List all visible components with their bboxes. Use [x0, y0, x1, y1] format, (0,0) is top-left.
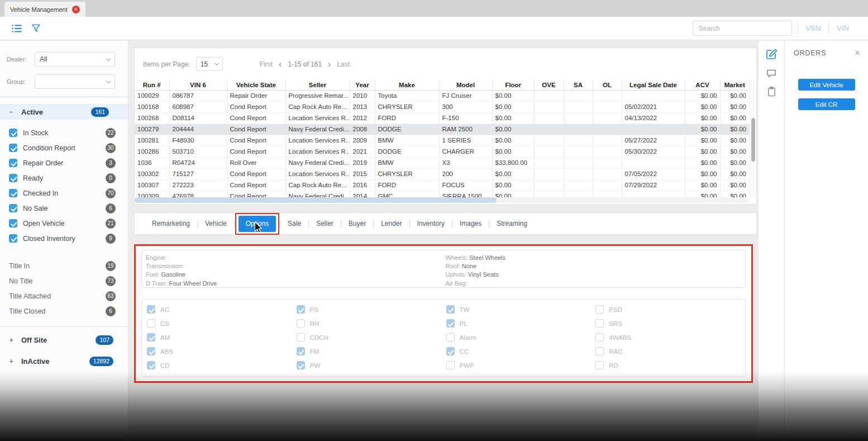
tab-images[interactable]: Images	[452, 213, 489, 234]
clipboard-icon[interactable]	[766, 86, 777, 97]
dealer-select[interactable]: All	[35, 52, 115, 67]
option-4wabs[interactable]: 4WABS	[595, 333, 745, 342]
active-section-toggle[interactable]: − Active 161	[0, 104, 128, 120]
first-page-button[interactable]: First	[260, 60, 273, 68]
checkbox-pl[interactable]	[446, 319, 455, 328]
checkbox-pwp[interactable]	[446, 361, 455, 369]
option-psd[interactable]: PSD	[595, 305, 745, 314]
checkbox-fm[interactable]	[297, 347, 305, 355]
column-header-model[interactable]: Model	[439, 80, 492, 90]
checkbox-abs[interactable]	[147, 347, 155, 355]
option-pl[interactable]: PL	[446, 319, 596, 328]
column-header-run[interactable]: Run #	[135, 80, 169, 90]
column-header-floor[interactable]: Floor	[492, 80, 534, 90]
last-page-button[interactable]: Last	[337, 60, 350, 68]
option-cd[interactable]: CD	[147, 361, 297, 369]
title-filter-title-attached[interactable]: Title Attached63	[0, 288, 128, 304]
column-header-legal-sale-date[interactable]: Legal Sale Date	[622, 80, 685, 90]
table-row[interactable]: 1036R04724Roll OverNavy Federal Credi...…	[135, 157, 749, 168]
vin-button[interactable]: VIN	[828, 22, 857, 35]
option-rh[interactable]: RH	[297, 319, 446, 328]
checkbox-closed-inventory[interactable]	[9, 234, 17, 243]
table-row[interactable]: 100029086787Repair OrderProgressive Rema…	[135, 90, 749, 101]
checkbox-cdch[interactable]	[297, 333, 305, 342]
table-row[interactable]: 100309476978Cond ReportNavy Federal Cred…	[135, 191, 749, 197]
next-page-icon[interactable]: ›	[328, 60, 331, 69]
status-filter-ready[interactable]: Ready0	[0, 170, 128, 186]
option-cdch[interactable]: CDCH	[297, 333, 446, 342]
status-filter-no-sale[interactable]: No Sale6	[0, 201, 128, 216]
checkbox-open-vehicle[interactable]	[9, 219, 17, 227]
option-fm[interactable]: FM	[297, 347, 446, 355]
title-filter-title-in[interactable]: Title In19	[0, 258, 128, 273]
checkbox-cd[interactable]	[147, 361, 155, 369]
checkbox-psd[interactable]	[595, 305, 604, 314]
status-filter-closed-inventory[interactable]: Closed Inventory9	[0, 231, 128, 246]
column-header-vin-6[interactable]: VIN 6	[169, 80, 227, 90]
column-header-make[interactable]: Make	[375, 80, 439, 90]
vertical-scrollbar-thumb[interactable]	[751, 118, 755, 162]
prev-page-icon[interactable]: ‹	[279, 60, 282, 69]
checkbox-no-sale[interactable]	[9, 204, 17, 212]
edit-cr-button[interactable]: Edit CR	[798, 98, 855, 110]
tab-close-icon[interactable]: ×	[72, 6, 80, 13]
sidebar-group-off-site[interactable]: +Off Site107	[0, 329, 128, 350]
tab-streaming[interactable]: Streaming	[489, 213, 535, 234]
table-row[interactable]: 100281F48930Cond ReportLocation Services…	[135, 135, 749, 146]
option-pwp[interactable]: PWP	[446, 361, 596, 369]
column-header-market[interactable]: Market	[720, 80, 749, 90]
sidebar-group-inactive[interactable]: +InActive12892	[0, 350, 128, 372]
tab-seller[interactable]: Seller	[309, 213, 341, 234]
checkbox-am[interactable]	[147, 333, 155, 342]
status-filter-condition-report[interactable]: Condition Report30	[0, 140, 128, 155]
checkbox-condition-report[interactable]	[9, 144, 17, 152]
status-filter-open-vehicle[interactable]: Open Vehicle21	[0, 216, 128, 231]
table-row[interactable]: 100307272223Cond ReportCap Rock Auto Re.…	[135, 179, 749, 191]
checkbox-in-stock[interactable]	[9, 129, 17, 137]
option-cs[interactable]: CS	[147, 319, 297, 328]
option-am[interactable]: AM	[147, 333, 297, 342]
search-input[interactable]	[693, 21, 792, 36]
title-filter-title-closed[interactable]: Title Closed6	[0, 304, 128, 319]
checkbox-ps[interactable]	[297, 305, 305, 314]
tab-options[interactable]: Options	[239, 216, 276, 232]
horizontal-scrollbar-thumb[interactable]	[135, 197, 497, 203]
checkbox-tw[interactable]	[446, 305, 455, 314]
collapse-icon[interactable]: −	[9, 108, 17, 116]
checkbox-rd[interactable]	[595, 361, 604, 369]
items-per-page-select[interactable]: 15	[196, 57, 223, 71]
table-row[interactable]: 100279204444Cond ReportNavy Federal Cred…	[135, 124, 749, 135]
table-row[interactable]: 100302715127Cond ReportLocation Services…	[135, 168, 749, 179]
tab-remarketing[interactable]: Remarketing	[145, 213, 197, 234]
checkbox-cc[interactable]	[446, 347, 455, 355]
checkbox-4wabs[interactable]	[595, 333, 604, 342]
list-view-icon[interactable]	[11, 24, 22, 33]
checkbox-checked-in[interactable]	[9, 189, 17, 197]
option-pw[interactable]: PW	[297, 361, 446, 369]
filter-icon[interactable]	[31, 23, 41, 33]
option-ps[interactable]: PS	[297, 305, 446, 314]
expand-icon[interactable]: +	[9, 335, 17, 344]
vsn-button[interactable]: VSN	[798, 22, 829, 35]
title-filter-no-title[interactable]: No Title73	[0, 273, 128, 288]
checkbox-srs[interactable]	[595, 319, 604, 328]
option-alarm[interactable]: Alarm	[446, 333, 596, 342]
status-filter-repair-order[interactable]: Repair Order3	[0, 155, 128, 170]
option-rac[interactable]: RAC	[595, 347, 745, 355]
edit-vehicle-button[interactable]: Edit Vehicle	[798, 79, 855, 91]
option-rd[interactable]: RD	[595, 361, 745, 369]
column-header-acv[interactable]: ACV	[685, 80, 720, 90]
app-tab[interactable]: Vehicle Management ×	[4, 2, 85, 17]
comment-icon[interactable]	[766, 68, 777, 79]
checkbox-repair-order[interactable]	[9, 159, 17, 167]
table-row[interactable]: 100268D08114Cond ReportLocation Services…	[135, 112, 749, 124]
orders-close-icon[interactable]: ×	[855, 48, 860, 58]
column-header-seller[interactable]: Seller	[285, 80, 350, 90]
checkbox-rh[interactable]	[297, 319, 305, 328]
edit-icon[interactable]	[765, 48, 778, 60]
option-srs[interactable]: SRS	[595, 319, 745, 328]
tab-lender[interactable]: Lender	[374, 213, 409, 234]
expand-icon[interactable]: +	[9, 357, 17, 366]
column-header-vehicle-state[interactable]: Vehicle State	[227, 80, 285, 90]
option-tw[interactable]: TW	[446, 305, 596, 314]
